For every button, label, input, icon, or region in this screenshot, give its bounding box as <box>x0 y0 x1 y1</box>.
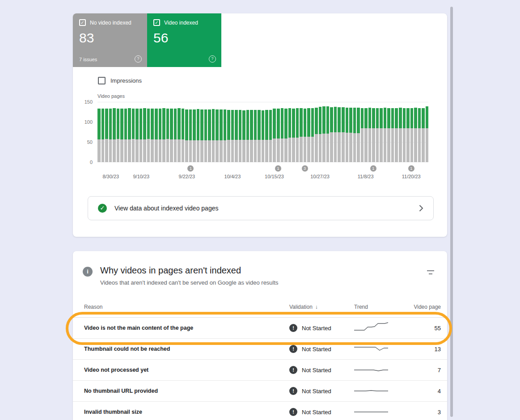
chart-bar[interactable] <box>296 108 299 162</box>
chart-bar[interactable] <box>384 108 387 162</box>
checkbox-checked-icon[interactable]: ✓ <box>153 19 160 26</box>
chart-bar[interactable] <box>342 107 345 162</box>
chart-bar[interactable] <box>254 110 257 162</box>
chart-bar[interactable] <box>357 108 360 162</box>
chart-bar[interactable] <box>182 109 185 162</box>
chart-bar[interactable] <box>212 109 215 162</box>
chart-bar[interactable] <box>265 110 268 162</box>
chart-bar[interactable] <box>364 108 368 162</box>
chart-bar[interactable] <box>403 108 406 162</box>
chart-bar[interactable] <box>109 109 112 162</box>
chart-bar[interactable] <box>353 108 356 162</box>
chart-bar[interactable] <box>250 110 253 162</box>
chart-bar[interactable] <box>277 109 280 162</box>
help-icon[interactable]: ? <box>209 55 216 63</box>
chart-bar[interactable] <box>326 106 330 162</box>
chart-bar[interactable] <box>174 109 177 162</box>
table-row[interactable]: Invalid thumbnail size!Not Started3 <box>73 402 447 420</box>
chart-bar[interactable] <box>391 108 394 162</box>
chart-bar[interactable] <box>414 108 417 162</box>
scrollbar[interactable] <box>450 7 453 417</box>
chart-bar[interactable] <box>330 107 333 162</box>
annotation-marker[interactable]: 1 <box>408 165 414 172</box>
column-header-trend[interactable]: Trend <box>354 304 412 310</box>
annotation-marker[interactable]: 1 <box>370 165 376 172</box>
column-header-pages[interactable]: Video page <box>412 304 441 310</box>
tile-video-indexed[interactable]: ✓ Video indexed 56 ? <box>147 13 221 67</box>
chart-bar[interactable] <box>258 110 261 162</box>
chart-bar[interactable] <box>147 109 150 162</box>
chart-bar[interactable] <box>140 109 143 162</box>
annotation-marker[interactable]: 1 <box>187 165 194 172</box>
chart-bar[interactable] <box>346 108 349 162</box>
chart-bar[interactable] <box>105 109 108 162</box>
filter-icon[interactable] <box>427 269 435 277</box>
chart-bar[interactable] <box>387 108 390 162</box>
chart-bar[interactable] <box>338 107 341 162</box>
chart-bar[interactable] <box>399 108 402 162</box>
chart-bar[interactable] <box>273 109 276 162</box>
chart-bar[interactable] <box>216 109 219 162</box>
chart-bar[interactable] <box>334 107 337 162</box>
column-header-reason[interactable]: Reason <box>84 304 289 310</box>
tile-no-video-indexed[interactable]: ✓ No video indexed 83 7 issues ? <box>73 13 147 67</box>
chart-bar[interactable] <box>231 110 234 162</box>
chart-bar[interactable] <box>372 108 375 162</box>
chart-bar[interactable] <box>208 109 211 162</box>
chart-bar[interactable] <box>418 108 421 162</box>
chart-bar[interactable] <box>135 109 139 162</box>
chart-bar[interactable] <box>185 109 188 162</box>
chart-bar[interactable] <box>395 108 398 162</box>
chart-bar[interactable] <box>97 109 101 162</box>
chart-bar[interactable] <box>300 108 303 162</box>
chart-bar[interactable] <box>151 109 154 162</box>
chart-bar[interactable] <box>242 110 245 162</box>
chart-bar[interactable] <box>132 109 135 162</box>
chart-bar[interactable] <box>304 109 307 162</box>
chart-bar[interactable] <box>307 108 310 162</box>
chart-bar[interactable] <box>189 109 192 162</box>
chart-bar[interactable] <box>262 110 265 162</box>
chart-bar[interactable] <box>235 110 238 162</box>
chart-bar[interactable] <box>124 109 127 162</box>
table-row[interactable]: Video is not the main content of the pag… <box>73 318 447 339</box>
chart-bar[interactable] <box>361 108 364 162</box>
chart-bar[interactable] <box>193 109 196 162</box>
view-indexed-data-banner[interactable]: ✓ View data about indexed video pages <box>88 196 434 220</box>
chart-bar[interactable] <box>204 109 207 162</box>
chart-bar[interactable] <box>166 109 169 162</box>
chart-bar[interactable] <box>159 109 162 162</box>
chart-bar[interactable] <box>281 108 284 162</box>
chart-bar[interactable] <box>120 109 123 162</box>
chart-bar[interactable] <box>410 108 414 162</box>
chart-bar[interactable] <box>246 110 249 162</box>
chart-bar[interactable] <box>269 110 272 162</box>
chart-bar[interactable] <box>117 109 120 162</box>
chart-bar[interactable] <box>319 107 322 162</box>
chart-bar[interactable] <box>170 109 173 162</box>
annotation-marker[interactable]: 1 <box>275 165 281 172</box>
column-header-validation[interactable]: Validation↓ <box>289 304 354 310</box>
impressions-checkbox[interactable]: Impressions <box>98 77 142 84</box>
help-icon[interactable]: ? <box>135 55 142 63</box>
chart-bar[interactable] <box>239 110 242 162</box>
chart-bar[interactable] <box>322 106 326 162</box>
chart-bar[interactable] <box>113 108 116 162</box>
chart-bar[interactable] <box>422 108 425 162</box>
chart-bar[interactable] <box>128 108 131 162</box>
chart-bar[interactable] <box>284 109 287 162</box>
table-row[interactable]: No thumbnail URL provided!Not Started4 <box>73 381 447 402</box>
chart-bar[interactable] <box>315 108 318 162</box>
chart-bar[interactable] <box>292 109 295 162</box>
table-row[interactable]: Video not processed yet!Not Started7 <box>73 360 447 381</box>
chart-bar[interactable] <box>288 108 292 162</box>
annotation-marker[interactable]: 3 <box>302 165 308 172</box>
chart-bar[interactable] <box>224 109 227 162</box>
checkbox-checked-icon[interactable]: ✓ <box>79 19 86 26</box>
chart-bar[interactable] <box>220 109 223 162</box>
chart-bar[interactable] <box>227 110 230 162</box>
table-row[interactable]: Thumbnail could not be reached!Not Start… <box>73 339 447 360</box>
chart-bar[interactable] <box>311 108 314 162</box>
chart-bar[interactable] <box>406 108 410 162</box>
chart-bar[interactable] <box>143 108 146 162</box>
